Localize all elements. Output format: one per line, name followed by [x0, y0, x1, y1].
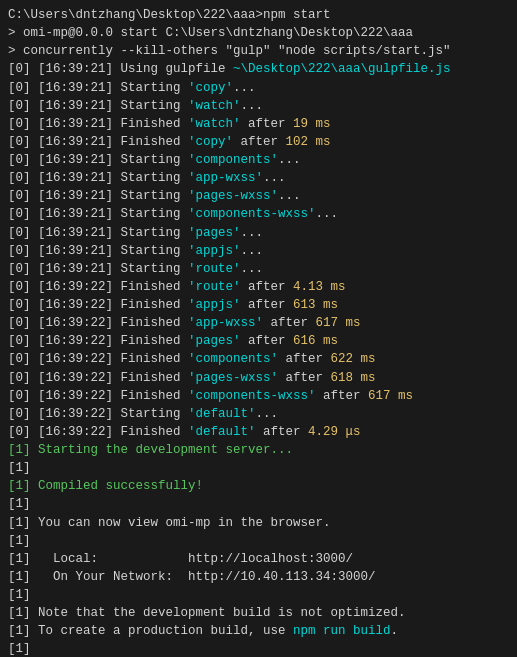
terminal: C:\Users\dntzhang\Desktop\222\aaa>npm st…: [0, 0, 517, 657]
terminal-line-3: > concurrently --kill-others "gulp" "nod…: [8, 42, 509, 60]
terminal-line-22: [0] [16:39:22] Finished 'pages-wxss' aft…: [8, 369, 509, 387]
terminal-line-6: [0] [16:39:21] Starting 'copy'...: [8, 79, 509, 97]
terminal-line-21: [0] [16:39:22] Finished 'components' aft…: [8, 350, 509, 368]
terminal-line-14: [0] [16:39:21] Starting 'pages'...: [8, 224, 509, 242]
terminal-line-23: [0] [16:39:22] Finished 'components-wxss…: [8, 387, 509, 405]
terminal-line-0: C:\Users\dntzhang\Desktop\222\aaa>npm st…: [8, 6, 509, 24]
terminal-line-31: [1]: [8, 532, 509, 550]
terminal-line-5: [0] [16:39:21] Using gulpfile ~\Desktop\…: [8, 60, 509, 78]
terminal-line-18: [0] [16:39:22] Finished 'appjs' after 61…: [8, 296, 509, 314]
terminal-line-33: [1] On Your Network: http://10.40.113.34…: [8, 568, 509, 586]
terminal-line-29: [1]: [8, 495, 509, 513]
terminal-line-36: [1] To create a production build, use np…: [8, 622, 509, 640]
terminal-line-27: [1]: [8, 459, 509, 477]
terminal-line-30: [1] You can now view omi-mp in the brows…: [8, 514, 509, 532]
terminal-line-9: [0] [16:39:21] Finished 'copy' after 102…: [8, 133, 509, 151]
terminal-line-8: [0] [16:39:21] Finished 'watch' after 19…: [8, 115, 509, 133]
terminal-line-2: > omi-mp@0.0.0 start C:\Users\dntzhang\D…: [8, 24, 509, 42]
terminal-line-26: [1] Starting the development server...: [8, 441, 509, 459]
terminal-line-12: [0] [16:39:21] Starting 'pages-wxss'...: [8, 187, 509, 205]
terminal-line-34: [1]: [8, 586, 509, 604]
terminal-line-16: [0] [16:39:21] Starting 'route'...: [8, 260, 509, 278]
terminal-line-17: [0] [16:39:22] Finished 'route' after 4.…: [8, 278, 509, 296]
terminal-line-7: [0] [16:39:21] Starting 'watch'...: [8, 97, 509, 115]
terminal-line-15: [0] [16:39:21] Starting 'appjs'...: [8, 242, 509, 260]
terminal-line-35: [1] Note that the development build is n…: [8, 604, 509, 622]
terminal-line-19: [0] [16:39:22] Finished 'app-wxss' after…: [8, 314, 509, 332]
terminal-line-10: [0] [16:39:21] Starting 'components'...: [8, 151, 509, 169]
terminal-line-25: [0] [16:39:22] Finished 'default' after …: [8, 423, 509, 441]
terminal-line-13: [0] [16:39:21] Starting 'components-wxss…: [8, 205, 509, 223]
terminal-line-11: [0] [16:39:21] Starting 'app-wxss'...: [8, 169, 509, 187]
terminal-line-28: [1] Compiled successfully!: [8, 477, 509, 495]
terminal-line-20: [0] [16:39:22] Finished 'pages' after 61…: [8, 332, 509, 350]
terminal-line-24: [0] [16:39:22] Starting 'default'...: [8, 405, 509, 423]
terminal-line-37: [1]: [8, 640, 509, 657]
terminal-line-32: [1] Local: http://localhost:3000/: [8, 550, 509, 568]
